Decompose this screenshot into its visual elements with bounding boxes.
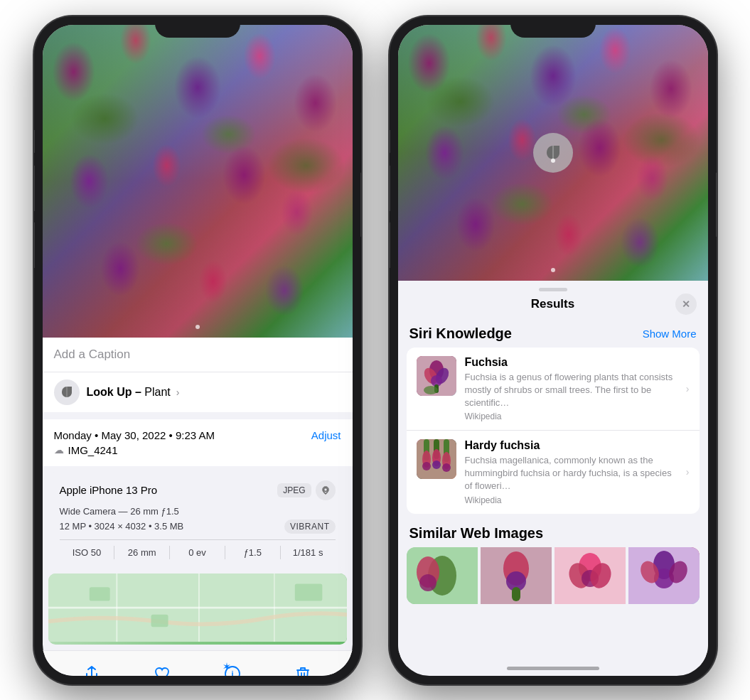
knowledge-card: Fuchsia Fuchsia is a genus of flowering … (407, 348, 700, 514)
visual-lookup-button[interactable] (533, 133, 573, 173)
right-photo-display[interactable] (398, 25, 708, 281)
fuchsia-source: Wikipedia (465, 411, 680, 421)
sheet-handle[interactable] (539, 288, 567, 291)
fuchsia-chevron: › (686, 383, 690, 394)
leaf-icon (60, 385, 74, 399)
right-phone-screen: Results ✕ Siri Knowledge Show More (398, 25, 708, 676)
right-volume-down-button[interactable] (390, 222, 390, 268)
hardy-fuchsia-thumb-image (417, 439, 456, 479)
web-images-grid (407, 547, 700, 604)
lookup-row[interactable]: Look Up – Plant › (43, 372, 353, 412)
power-button[interactable] (360, 173, 361, 237)
device-badges: JPEG (277, 480, 335, 500)
filename: IMG_4241 (68, 444, 118, 456)
info-button[interactable]: i (218, 659, 247, 676)
map-roads-svg (48, 574, 347, 642)
svg-rect-8 (294, 583, 322, 601)
svg-rect-7 (151, 614, 168, 626)
knowledge-item-fuchsia[interactable]: Fuchsia Fuchsia is a genus of flowering … (407, 348, 700, 431)
device-name: Apple iPhone 13 Pro (60, 484, 158, 496)
exif-row: ISO 50 26 mm 0 ev ƒ1.5 1/181 s (60, 539, 336, 559)
right-mute-button[interactable] (390, 130, 390, 153)
share-button[interactable] (77, 659, 106, 676)
similar-web-title: Similar Web Images (407, 519, 700, 547)
sheet-header: Results ✕ (398, 297, 708, 320)
camera-details: Wide Camera — 26 mm ƒ1.5 (60, 506, 336, 517)
share-icon (83, 665, 100, 676)
delete-button[interactable] (289, 659, 317, 676)
hardy-fuchsia-desc: Fuchsia magellanica, commonly known as t… (465, 454, 680, 493)
svg-point-25 (432, 461, 441, 469)
volume-down-button[interactable] (34, 222, 35, 268)
vibrant-badge: VIBRANT (284, 519, 336, 534)
lookup-label: Look Up – Plant › (87, 386, 180, 399)
map-preview[interactable] (48, 574, 347, 645)
svg-point-17 (424, 386, 438, 394)
cloud-icon: ☁ (54, 444, 64, 456)
svg-rect-6 (89, 587, 109, 601)
svg-rect-35 (512, 587, 520, 601)
toolbar: i (43, 650, 353, 676)
location-badge (316, 480, 336, 500)
photo-flowers-layer (43, 25, 353, 338)
knowledge-item-hardy-fuchsia[interactable]: Hardy fuchsia Fuchsia magellanica, commo… (407, 431, 700, 514)
web-image-4[interactable] (628, 547, 700, 604)
mp-row: 12 MP • 3024 × 4032 • 3.5 MB VIBRANT (60, 519, 336, 534)
lookup-chevron: › (173, 387, 180, 398)
exif-iso: ISO 50 (60, 546, 115, 559)
exif-ev: 0 ev (170, 546, 225, 559)
hardy-fuchsia-thumbnail (417, 439, 456, 479)
right-volume-up-button[interactable] (390, 166, 390, 211)
mute-button[interactable] (34, 130, 35, 153)
exif-aperture: ƒ1.5 (225, 546, 281, 559)
close-button[interactable]: ✕ (675, 294, 697, 315)
fuchsia-thumb-image (417, 356, 456, 396)
similar-web-images-section: Similar Web Images (407, 519, 700, 604)
meta-file-row: ☁ IMG_4241 (54, 444, 341, 456)
lookup-icon (54, 379, 80, 405)
right-home-indicator (507, 667, 599, 670)
fuchsia-name: Fuchsia (465, 356, 680, 369)
mp-text: 12 MP • 3024 × 4032 • 3.5 MB (60, 521, 184, 532)
svg-point-0 (323, 488, 327, 491)
favorite-button[interactable] (148, 659, 176, 676)
sheet-content: Siri Knowledge Show More (398, 320, 708, 667)
hardy-fuchsia-text: Hardy fuchsia Fuchsia magellanica, commo… (465, 439, 680, 505)
caption-area[interactable]: Add a Caption (43, 338, 353, 372)
siri-knowledge-header: Siri Knowledge Show More (407, 320, 700, 348)
photo-display[interactable] (43, 25, 353, 338)
hardy-fuchsia-chevron: › (686, 466, 690, 478)
fuchsia-thumbnail (417, 356, 456, 396)
info-icon-wrap: i (224, 665, 241, 676)
device-section: Apple iPhone 13 Pro JPEG Wide Camera — 2… (48, 472, 347, 568)
device-row: Apple iPhone 13 Pro JPEG (60, 480, 336, 500)
volume-up-button[interactable] (34, 166, 35, 211)
svg-point-23 (422, 462, 431, 470)
sparkle-icon (223, 662, 231, 671)
show-more-button[interactable]: Show More (643, 328, 697, 340)
adjust-button[interactable]: Adjust (311, 429, 341, 441)
meta-date-row: Monday • May 30, 2022 • 9:23 AM Adjust (54, 429, 341, 441)
web-image-3[interactable] (555, 547, 626, 604)
results-sheet: Results ✕ Siri Knowledge Show More (398, 281, 708, 667)
right-power-button[interactable] (716, 173, 717, 237)
right-phone: Results ✕ Siri Knowledge Show More (390, 16, 717, 684)
left-phone-screen: Add a Caption Look Up – Plant › Monday •… (43, 25, 353, 676)
svg-point-31 (419, 574, 436, 591)
fuchsia-text: Fuchsia Fuchsia is a genus of flowering … (465, 356, 680, 422)
siri-knowledge-title: Siri Knowledge (409, 325, 512, 342)
left-phone: Add a Caption Look Up – Plant › Monday •… (34, 16, 361, 684)
right-scroll-indicator (551, 268, 555, 272)
sheet-title: Results (531, 297, 574, 311)
svg-text:i: i (231, 669, 233, 676)
web-image-2[interactable] (481, 547, 552, 604)
exif-focal: 26 mm (114, 546, 170, 559)
fuchsia-desc: Fuchsia is a genus of flowering plants t… (465, 371, 680, 410)
photo-date: Monday • May 30, 2022 • 9:23 AM (54, 429, 215, 441)
trash-icon (294, 665, 311, 676)
hardy-fuchsia-name: Hardy fuchsia (465, 439, 680, 452)
web-image-1[interactable] (407, 547, 478, 604)
format-badge: JPEG (277, 483, 311, 497)
svg-point-27 (442, 463, 451, 472)
lookup-dot-indicator (551, 158, 555, 163)
